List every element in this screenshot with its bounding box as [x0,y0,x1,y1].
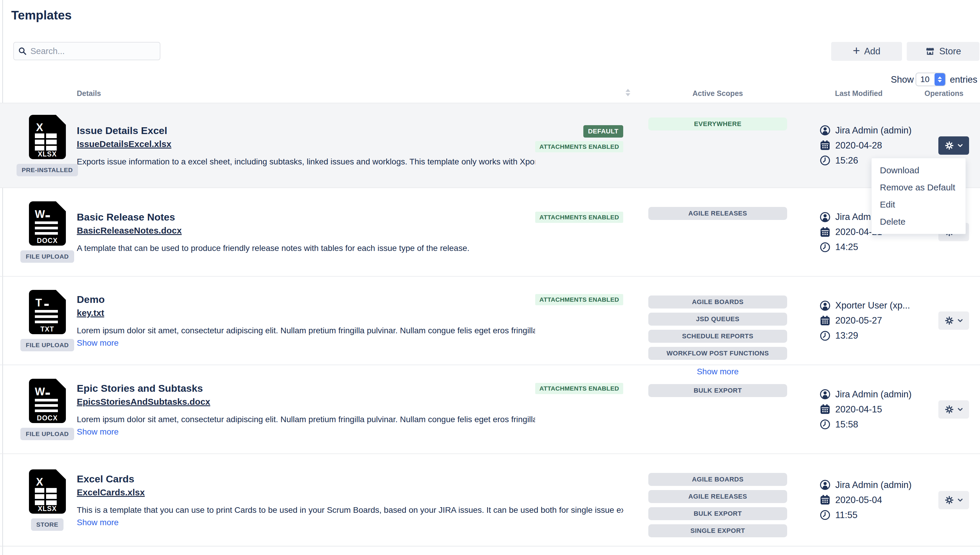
gear-icon [944,316,954,326]
template-description: This is a template that you can use to p… [77,505,623,515]
calendar-icon [819,140,831,151]
show-more-link[interactable]: Show more [77,427,119,437]
scope-badge: AGILE RELEASES [648,490,787,503]
calendar-icon [819,404,831,415]
user-icon [819,300,831,311]
scope-badge: JSD QUEUES [648,313,787,326]
modified-date: 2020-05-27 [835,315,882,326]
svg-text:W: W [35,385,45,398]
store-button[interactable]: Store [907,42,979,61]
svg-text:TXT: TXT [40,325,54,333]
template-title: Demo [77,293,535,306]
scope-badge: AGILE BOARDS [648,295,787,308]
docx-file-icon: W DOCX [29,379,66,423]
table-row-issue-details-excel: X XLSX PRE-INSTALLED Issue Details Excel… [0,103,980,188]
template-description: Lorem ipsum dolor sit amet, consectetur … [77,325,535,336]
gear-icon [944,495,954,505]
sort-icon[interactable] [626,89,630,96]
table-row-basic-release-notes: W DOCX FILE UPLOAD Basic Release Notes B… [0,188,980,276]
header-last-modified: Last Modified [819,89,898,98]
modified-time: 11:55 [835,510,858,520]
search-icon [18,47,27,56]
template-file-link[interactable]: ExcelCards.xlsx [77,486,145,498]
template-file-link[interactable]: BasicReleaseNotes.docx [77,225,182,236]
menu-item-download[interactable]: Download [872,162,966,179]
template-description: A template that can be used to produce f… [77,243,535,253]
xlsx-file-icon: X XLSX [29,115,66,159]
svg-text:XLSX: XLSX [37,505,56,512]
show-more-link[interactable]: Show more [77,517,119,528]
header-active-scopes: Active Scopes [641,89,795,98]
gear-icon [944,404,954,414]
svg-text:DOCX: DOCX [37,414,57,422]
calendar-icon [819,494,831,505]
operations-menu-button[interactable] [938,491,969,509]
svg-text:W: W [35,208,45,220]
add-button[interactable]: + Add [831,42,902,61]
scope-badge-everywhere: EVERYWHERE [648,117,787,130]
docx-file-icon: W DOCX [29,201,66,245]
search-input[interactable] [31,47,156,56]
source-badge: PRE-INSTALLED [16,164,78,176]
plus-icon: + [853,45,860,57]
entries-label: entries [950,74,977,85]
attachments-enabled-badge: ATTACHMENTS ENABLED [535,383,623,394]
store-button-label: Store [939,46,961,57]
modified-date: 2020-04-28 [835,140,882,151]
clock-icon [819,510,831,520]
scope-badge: AGILE BOARDS [648,473,787,486]
menu-item-remove-as-default[interactable]: Remove as Default [872,179,966,196]
operations-menu-button[interactable] [938,311,969,330]
svg-text:X: X [36,121,43,133]
header-details: Details [77,89,101,98]
scope-badge: WORKFLOW POST FUNCTIONS [648,347,787,360]
chevron-down-icon [957,143,963,149]
xlsx-file-icon: X XLSX [29,469,66,514]
attachments-enabled-badge: ATTACHMENTS ENABLED [535,141,623,152]
modified-date: 2020-05-04 [835,495,882,505]
search-box[interactable] [13,42,161,60]
svg-text:X: X [36,476,43,488]
operations-menu-button[interactable] [938,400,969,419]
show-more-link[interactable]: Show more [77,338,119,348]
svg-text:T: T [35,297,42,309]
page-title: Templates [11,8,72,22]
template-file-link[interactable]: IssueDetailsExcel.xlsx [77,138,171,150]
header-operations: Operations [898,89,972,98]
operations-menu-button[interactable] [938,136,969,155]
table-row-demo: T TXT FILE UPLOAD Demo key.txt Lorem ips… [0,276,980,364]
store-icon [925,47,935,56]
template-description: Lorem ipsum dolor sit amet, consectetur … [77,414,535,425]
operations-dropdown-menu: Download Remove as Default Edit Delete [871,158,966,234]
template-title: Issue Details Excel [77,124,535,137]
template-file-link[interactable]: EpicsStoriesAndSubtasks.docx [77,396,210,408]
modified-time: 15:58 [835,419,858,430]
modified-time: 14:25 [835,242,858,252]
select-spinner-icon [935,73,945,86]
template-file-link[interactable]: key.txt [77,307,104,319]
template-title: Epic Stories and Subtasks [77,382,535,395]
clock-icon [819,155,831,166]
modified-date: 2020-04-15 [835,404,882,415]
menu-item-edit[interactable]: Edit [872,196,966,213]
svg-text:XLSX: XLSX [37,150,56,158]
chevron-down-icon [957,406,963,412]
txt-file-icon: T TXT [29,290,66,334]
scope-badge: AGILE RELEASES [648,207,787,220]
user-icon [819,480,831,490]
user-icon [819,212,831,223]
clock-icon [819,419,831,430]
page-size-select[interactable]: 10 [916,73,946,86]
scope-badge: BULK EXPORT [648,507,787,520]
attachments-enabled-badge: ATTACHMENTS ENABLED [535,294,623,305]
scope-badge: SINGLE EXPORT [648,524,787,537]
scope-badge: BULK EXPORT [648,384,787,397]
default-badge: DEFAULT [583,125,623,138]
menu-item-delete[interactable]: Delete [872,213,966,230]
attachments-enabled-badge: ATTACHMENTS ENABLED [535,212,623,223]
table-row-excel-cards: X XLSX STORE Excel Cards ExcelCards.xlsx… [0,454,980,547]
source-badge: FILE UPLOAD [20,250,74,263]
template-description: Exports issue information to a excel she… [77,156,535,167]
template-title: Basic Release Notes [77,210,535,223]
source-badge: FILE UPLOAD [20,428,74,440]
